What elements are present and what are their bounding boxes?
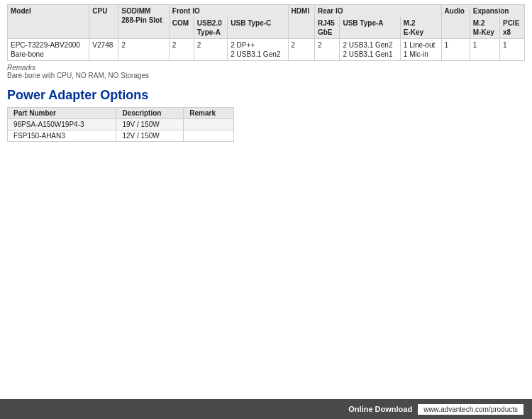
power-cell-desc-2: 12V / 150W	[116, 130, 184, 142]
cell-audio: 1 Line-out 1 Mic-in	[400, 39, 441, 61]
remarks-section: Remarks Bare-bone with CPU, NO RAM, NO S…	[7, 64, 525, 79]
header-com: COM	[169, 17, 194, 39]
cell-pcie: 1	[499, 39, 524, 61]
power-adapter-title: Power Adapter Options	[7, 88, 525, 103]
header-usb-typec: USB Type-C	[228, 17, 288, 39]
power-cell-remark-2	[184, 130, 234, 142]
cell-rj45: 2	[314, 39, 340, 61]
header-rj45: RJ45 GbE	[314, 17, 340, 39]
cell-usb20: 2	[194, 39, 228, 61]
header-usb20: USB2.0 Type-A	[194, 17, 228, 39]
power-cell-desc-1: 19V / 150W	[116, 119, 184, 130]
table-row: EPC-T3229-ABV2000 Bare-bone V2748 2 2 2 …	[8, 39, 525, 61]
power-cell-remark-1	[184, 119, 234, 130]
cell-m2-ekey: 1	[441, 39, 470, 61]
header-m2-mkey: M.2 M-Key	[470, 17, 499, 39]
remarks-text: Bare-bone with CPU, NO RAM, NO Storages	[7, 72, 525, 79]
power-cell-part-1: 96PSA-A150W19P4-3	[8, 119, 116, 130]
header-hdmi: HDMI	[288, 5, 314, 39]
power-row-2: FSP150-AHAN3 12V / 150W	[8, 130, 234, 142]
cell-m2-mkey: 1	[470, 39, 499, 61]
power-row-1: 96PSA-A150W19P4-3 19V / 150W	[8, 119, 234, 130]
header-expansion: Expansion	[470, 5, 524, 18]
header-rear-io: Rear IO	[314, 5, 441, 18]
header-m2-ekey: M.2 E-Key	[400, 17, 441, 39]
footer-url: www.advantech.com/products	[418, 404, 523, 415]
power-cell-part-2: FSP150-AHAN3	[8, 130, 116, 142]
power-header-description: Description	[116, 108, 184, 119]
cell-hdmi: 2	[288, 39, 314, 61]
main-content: Model CPU SODIMM 288-Pin Slot Front IO H…	[0, 0, 532, 142]
cell-usb-typea: 2 USB3.1 Gen2 2 USB3.1 Gen1	[340, 39, 400, 61]
header-front-io: Front IO	[169, 5, 288, 18]
header-pcie: PCIE x8	[499, 17, 524, 39]
footer: Online Download www.advantech.com/produc…	[0, 399, 532, 419]
power-adapter-table: Part Number Description Remark 96PSA-A15…	[7, 107, 234, 142]
header-cpu: CPU	[89, 5, 118, 39]
header-sodimm: SODIMM 288-Pin Slot	[118, 5, 170, 39]
cell-model: EPC-T3229-ABV2000 Bare-bone	[8, 39, 89, 61]
remarks-title: Remarks	[7, 64, 525, 72]
header-usb-typea: USB Type-A	[340, 17, 400, 39]
cell-sodimm: 2	[118, 39, 170, 61]
footer-label: Online Download	[348, 405, 412, 413]
power-header-remark: Remark	[184, 108, 234, 119]
power-header-part-number: Part Number	[8, 108, 116, 119]
cell-cpu: V2748	[89, 39, 118, 61]
cell-usb-typec: 2 DP++ 2 USB3.1 Gen2	[228, 39, 288, 61]
cell-com: 2	[169, 39, 194, 61]
specs-table: Model CPU SODIMM 288-Pin Slot Front IO H…	[7, 4, 525, 61]
header-audio: Audio	[441, 5, 470, 39]
header-model: Model	[8, 5, 89, 39]
